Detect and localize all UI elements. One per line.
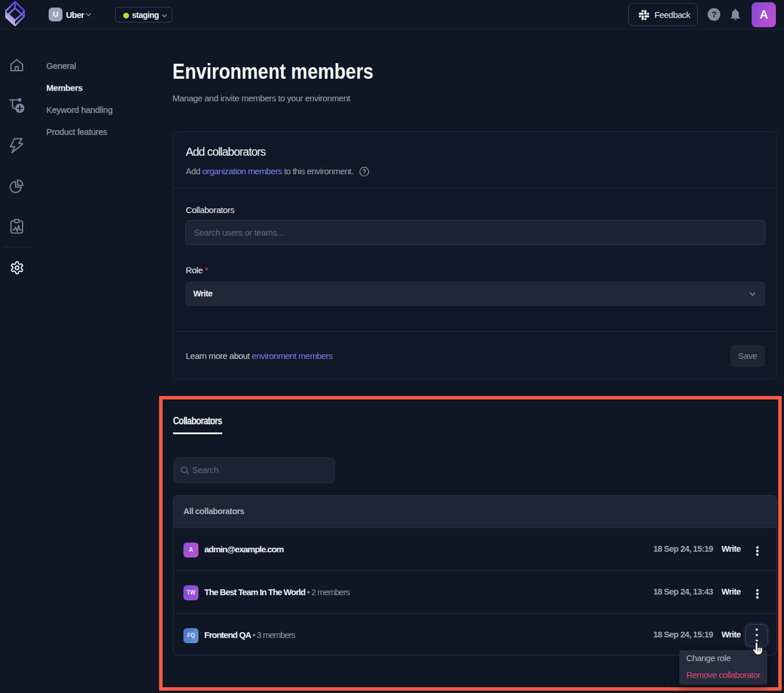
- svg-text:?: ?: [363, 168, 366, 175]
